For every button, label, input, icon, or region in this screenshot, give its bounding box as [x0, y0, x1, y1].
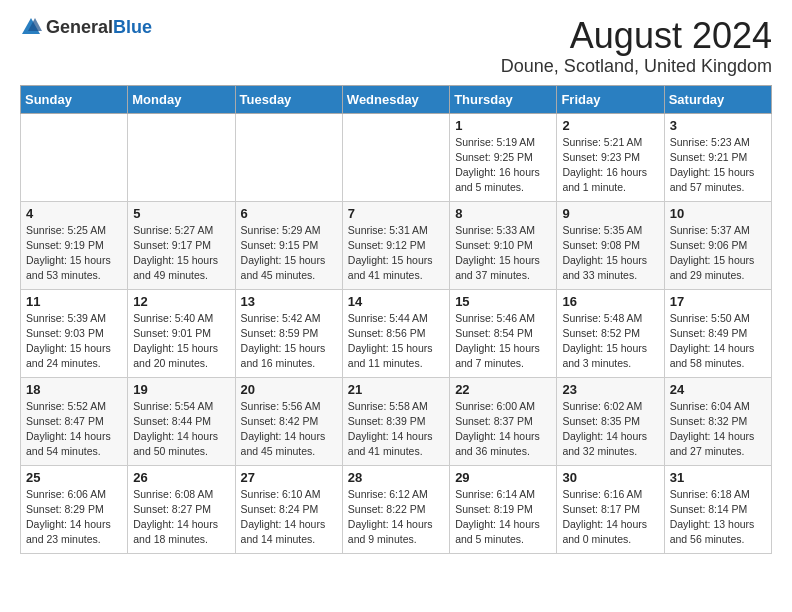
day-info: Sunrise: 5:21 AM Sunset: 9:23 PM Dayligh…: [562, 135, 658, 196]
day-info: Sunrise: 5:31 AM Sunset: 9:12 PM Dayligh…: [348, 223, 444, 284]
day-number: 8: [455, 206, 551, 221]
day-number: 26: [133, 470, 229, 485]
day-number: 29: [455, 470, 551, 485]
weekday-header-row: SundayMondayTuesdayWednesdayThursdayFrid…: [21, 85, 772, 113]
calendar-cell: 1Sunrise: 5:19 AM Sunset: 9:25 PM Daylig…: [450, 113, 557, 201]
calendar-cell: 2Sunrise: 5:21 AM Sunset: 9:23 PM Daylig…: [557, 113, 664, 201]
day-number: 14: [348, 294, 444, 309]
calendar-cell: 16Sunrise: 5:48 AM Sunset: 8:52 PM Dayli…: [557, 289, 664, 377]
day-number: 30: [562, 470, 658, 485]
weekday-header-sunday: Sunday: [21, 85, 128, 113]
calendar-cell: 13Sunrise: 5:42 AM Sunset: 8:59 PM Dayli…: [235, 289, 342, 377]
weekday-header-tuesday: Tuesday: [235, 85, 342, 113]
header: GeneralBlue August 2024 Doune, Scotland,…: [20, 16, 772, 77]
day-info: Sunrise: 6:08 AM Sunset: 8:27 PM Dayligh…: [133, 487, 229, 548]
day-info: Sunrise: 6:04 AM Sunset: 8:32 PM Dayligh…: [670, 399, 766, 460]
day-number: 25: [26, 470, 122, 485]
calendar-cell: 7Sunrise: 5:31 AM Sunset: 9:12 PM Daylig…: [342, 201, 449, 289]
day-info: Sunrise: 5:58 AM Sunset: 8:39 PM Dayligh…: [348, 399, 444, 460]
day-number: 6: [241, 206, 337, 221]
calendar-cell: 21Sunrise: 5:58 AM Sunset: 8:39 PM Dayli…: [342, 377, 449, 465]
logo: GeneralBlue: [20, 16, 152, 38]
day-info: Sunrise: 6:16 AM Sunset: 8:17 PM Dayligh…: [562, 487, 658, 548]
logo-text-general: General: [46, 17, 113, 37]
calendar-cell: 23Sunrise: 6:02 AM Sunset: 8:35 PM Dayli…: [557, 377, 664, 465]
week-row-3: 11Sunrise: 5:39 AM Sunset: 9:03 PM Dayli…: [21, 289, 772, 377]
day-number: 11: [26, 294, 122, 309]
day-number: 23: [562, 382, 658, 397]
day-number: 4: [26, 206, 122, 221]
calendar-cell: 22Sunrise: 6:00 AM Sunset: 8:37 PM Dayli…: [450, 377, 557, 465]
day-info: Sunrise: 5:37 AM Sunset: 9:06 PM Dayligh…: [670, 223, 766, 284]
day-number: 20: [241, 382, 337, 397]
calendar-cell: 6Sunrise: 5:29 AM Sunset: 9:15 PM Daylig…: [235, 201, 342, 289]
month-title: August 2024: [501, 16, 772, 56]
day-info: Sunrise: 5:54 AM Sunset: 8:44 PM Dayligh…: [133, 399, 229, 460]
calendar-cell: 31Sunrise: 6:18 AM Sunset: 8:14 PM Dayli…: [664, 465, 771, 553]
day-number: 28: [348, 470, 444, 485]
day-number: 10: [670, 206, 766, 221]
title-area: August 2024 Doune, Scotland, United King…: [501, 16, 772, 77]
day-info: Sunrise: 5:46 AM Sunset: 8:54 PM Dayligh…: [455, 311, 551, 372]
calendar-cell: 10Sunrise: 5:37 AM Sunset: 9:06 PM Dayli…: [664, 201, 771, 289]
day-number: 9: [562, 206, 658, 221]
calendar-cell: 9Sunrise: 5:35 AM Sunset: 9:08 PM Daylig…: [557, 201, 664, 289]
day-info: Sunrise: 6:18 AM Sunset: 8:14 PM Dayligh…: [670, 487, 766, 548]
calendar-cell: 24Sunrise: 6:04 AM Sunset: 8:32 PM Dayli…: [664, 377, 771, 465]
calendar-cell: 3Sunrise: 5:23 AM Sunset: 9:21 PM Daylig…: [664, 113, 771, 201]
day-number: 19: [133, 382, 229, 397]
logo-text-blue: Blue: [113, 17, 152, 37]
week-row-5: 25Sunrise: 6:06 AM Sunset: 8:29 PM Dayli…: [21, 465, 772, 553]
calendar-cell: 8Sunrise: 5:33 AM Sunset: 9:10 PM Daylig…: [450, 201, 557, 289]
day-info: Sunrise: 5:39 AM Sunset: 9:03 PM Dayligh…: [26, 311, 122, 372]
day-number: 12: [133, 294, 229, 309]
day-info: Sunrise: 5:40 AM Sunset: 9:01 PM Dayligh…: [133, 311, 229, 372]
day-info: Sunrise: 6:10 AM Sunset: 8:24 PM Dayligh…: [241, 487, 337, 548]
day-info: Sunrise: 5:19 AM Sunset: 9:25 PM Dayligh…: [455, 135, 551, 196]
calendar-cell: 20Sunrise: 5:56 AM Sunset: 8:42 PM Dayli…: [235, 377, 342, 465]
day-info: Sunrise: 5:48 AM Sunset: 8:52 PM Dayligh…: [562, 311, 658, 372]
location-title: Doune, Scotland, United Kingdom: [501, 56, 772, 77]
day-number: 22: [455, 382, 551, 397]
day-info: Sunrise: 5:44 AM Sunset: 8:56 PM Dayligh…: [348, 311, 444, 372]
weekday-header-saturday: Saturday: [664, 85, 771, 113]
calendar-cell: 25Sunrise: 6:06 AM Sunset: 8:29 PM Dayli…: [21, 465, 128, 553]
calendar-cell: [235, 113, 342, 201]
day-number: 15: [455, 294, 551, 309]
day-info: Sunrise: 6:00 AM Sunset: 8:37 PM Dayligh…: [455, 399, 551, 460]
logo-icon: [20, 16, 42, 38]
calendar-cell: 28Sunrise: 6:12 AM Sunset: 8:22 PM Dayli…: [342, 465, 449, 553]
day-info: Sunrise: 5:27 AM Sunset: 9:17 PM Dayligh…: [133, 223, 229, 284]
calendar-cell: 29Sunrise: 6:14 AM Sunset: 8:19 PM Dayli…: [450, 465, 557, 553]
week-row-1: 1Sunrise: 5:19 AM Sunset: 9:25 PM Daylig…: [21, 113, 772, 201]
day-info: Sunrise: 5:23 AM Sunset: 9:21 PM Dayligh…: [670, 135, 766, 196]
calendar-cell: 12Sunrise: 5:40 AM Sunset: 9:01 PM Dayli…: [128, 289, 235, 377]
calendar-cell: 26Sunrise: 6:08 AM Sunset: 8:27 PM Dayli…: [128, 465, 235, 553]
calendar-cell: 14Sunrise: 5:44 AM Sunset: 8:56 PM Dayli…: [342, 289, 449, 377]
calendar-cell: [128, 113, 235, 201]
day-info: Sunrise: 5:56 AM Sunset: 8:42 PM Dayligh…: [241, 399, 337, 460]
week-row-2: 4Sunrise: 5:25 AM Sunset: 9:19 PM Daylig…: [21, 201, 772, 289]
day-info: Sunrise: 5:35 AM Sunset: 9:08 PM Dayligh…: [562, 223, 658, 284]
calendar-cell: 18Sunrise: 5:52 AM Sunset: 8:47 PM Dayli…: [21, 377, 128, 465]
calendar-cell: 30Sunrise: 6:16 AM Sunset: 8:17 PM Dayli…: [557, 465, 664, 553]
day-number: 31: [670, 470, 766, 485]
day-number: 2: [562, 118, 658, 133]
calendar-cell: [21, 113, 128, 201]
calendar-cell: [342, 113, 449, 201]
day-number: 7: [348, 206, 444, 221]
day-info: Sunrise: 5:29 AM Sunset: 9:15 PM Dayligh…: [241, 223, 337, 284]
calendar-cell: 19Sunrise: 5:54 AM Sunset: 8:44 PM Dayli…: [128, 377, 235, 465]
calendar-cell: 4Sunrise: 5:25 AM Sunset: 9:19 PM Daylig…: [21, 201, 128, 289]
day-info: Sunrise: 6:02 AM Sunset: 8:35 PM Dayligh…: [562, 399, 658, 460]
day-info: Sunrise: 5:33 AM Sunset: 9:10 PM Dayligh…: [455, 223, 551, 284]
day-number: 13: [241, 294, 337, 309]
weekday-header-wednesday: Wednesday: [342, 85, 449, 113]
day-number: 21: [348, 382, 444, 397]
weekday-header-monday: Monday: [128, 85, 235, 113]
day-info: Sunrise: 6:12 AM Sunset: 8:22 PM Dayligh…: [348, 487, 444, 548]
day-info: Sunrise: 6:14 AM Sunset: 8:19 PM Dayligh…: [455, 487, 551, 548]
calendar-cell: 17Sunrise: 5:50 AM Sunset: 8:49 PM Dayli…: [664, 289, 771, 377]
day-number: 17: [670, 294, 766, 309]
calendar-cell: 11Sunrise: 5:39 AM Sunset: 9:03 PM Dayli…: [21, 289, 128, 377]
